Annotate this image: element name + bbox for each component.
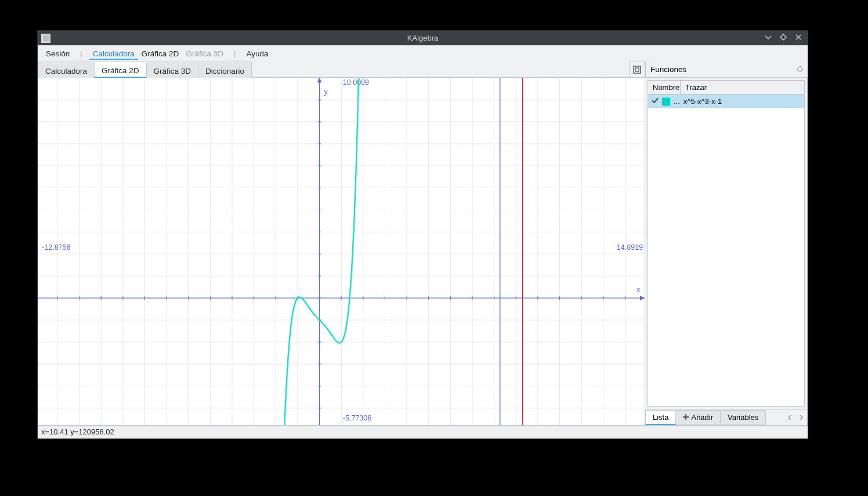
tab-graph3d[interactable]: Gráfica 3D (146, 62, 199, 78)
menu-graph2d[interactable]: Gráfica 2D (138, 48, 183, 60)
plot-canvas[interactable]: yx-12.875614.891910.0009-5.77306 (38, 78, 645, 426)
menu-session[interactable]: Sesión (42, 48, 73, 60)
close-icon[interactable] (795, 34, 802, 42)
tab-graph2d[interactable]: Gráfica 2D (94, 62, 147, 78)
plus-icon (683, 413, 689, 422)
window-title: KAlgebra (38, 34, 808, 42)
app-window: KAlgebra Sesión | Calculadora Gráfica 2D… (38, 31, 808, 439)
menubar: Sesión | Calculadora Gráfica 2D Gráfica … (38, 45, 808, 62)
titlebar[interactable]: KAlgebra (38, 31, 808, 45)
func-expr: x^5-x^3-x-1 (683, 97, 722, 106)
status-text: x=10.41 y=120958.02 (41, 427, 114, 436)
tab-spacer (251, 62, 629, 78)
check-icon[interactable] (652, 97, 659, 106)
tab-scroll-left[interactable] (784, 410, 795, 425)
svg-rect-0 (43, 35, 49, 41)
side-tab-vars[interactable]: Variables (720, 410, 766, 425)
tab-calculator[interactable]: Calculadora (38, 62, 95, 78)
menu-help[interactable]: Ayuda (243, 48, 272, 60)
function-row[interactable]: ... x^5-x^3-x-1 (648, 95, 804, 108)
svg-text:y: y (324, 88, 328, 96)
col-trace[interactable]: Trazar (681, 81, 804, 94)
svg-text:-5.77306: -5.77306 (343, 414, 372, 422)
side-panel: Nombre Trazar ... x^5-x^3-x-1 Lista (645, 78, 808, 426)
app-icon (41, 34, 50, 43)
fit-view-button[interactable] (629, 62, 645, 78)
col-name[interactable]: Nombre (648, 81, 681, 94)
menu-separator: | (234, 49, 236, 58)
svg-rect-2 (635, 68, 639, 71)
menu-separator: | (80, 49, 82, 58)
menu-calculator[interactable]: Calculadora (89, 48, 138, 60)
side-tab-list[interactable]: Lista (645, 410, 676, 425)
svg-text:14.8919: 14.8919 (617, 243, 643, 251)
svg-text:10.0009: 10.0009 (343, 78, 369, 87)
svg-text:x: x (636, 286, 641, 294)
side-tab-add[interactable]: Añadir (675, 410, 721, 425)
tab-row: Calculadora Gráfica 2D Gráfica 3D Diccio… (38, 62, 808, 78)
status-bar: x=10.41 y=120958.02 (38, 426, 808, 439)
menu-graph3d[interactable]: Gráfica 3D (182, 48, 227, 60)
side-header-label: Funciones (650, 65, 686, 74)
side-tab-add-label: Añadir (691, 413, 713, 422)
side-detach-icon[interactable] (797, 65, 803, 74)
maximize-icon[interactable] (780, 34, 787, 42)
func-name: ... (674, 97, 680, 106)
side-tab-vars-label: Variables (728, 413, 758, 422)
function-list: Nombre Trazar ... x^5-x^3-x-1 (648, 80, 805, 407)
svg-rect-1 (634, 66, 641, 73)
color-swatch (662, 98, 670, 106)
svg-text:-12.8756: -12.8756 (42, 243, 71, 251)
tab-scroll-right[interactable] (795, 410, 807, 425)
minimize-icon[interactable] (765, 34, 772, 42)
tab-dictionary[interactable]: Diccionario (198, 62, 252, 78)
side-tab-list-label: Lista (653, 413, 668, 422)
